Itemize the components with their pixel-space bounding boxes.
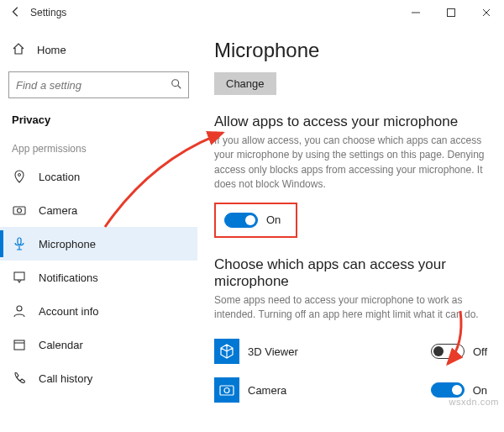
watermark: wsxdn.com — [449, 397, 499, 407]
allow-access-toggle[interactable] — [224, 213, 258, 228]
microphone-icon — [12, 237, 27, 250]
close-button[interactable] — [469, 0, 504, 25]
sidebar-item-microphone[interactable]: Microphone — [0, 227, 197, 261]
minimize-button[interactable] — [398, 0, 433, 25]
notifications-icon — [12, 271, 27, 284]
page-title: Microphone — [214, 39, 487, 62]
search-box[interactable] — [8, 71, 189, 98]
allow-access-toggle-highlight: On — [214, 203, 297, 238]
svg-rect-5 — [13, 207, 25, 214]
app-icon-3d-viewer — [214, 339, 239, 364]
allow-access-title: Allow apps to access your microphone — [214, 113, 487, 130]
svg-line-3 — [178, 85, 181, 88]
sidebar-item-label: Microphone — [39, 238, 96, 250]
home-label: Home — [37, 44, 66, 56]
app-name: Camera — [248, 384, 423, 397]
search-icon — [165, 78, 188, 92]
svg-rect-1 — [448, 9, 455, 17]
window-title: Settings — [25, 7, 398, 18]
app-toggle-label: On — [473, 384, 487, 397]
sidebar: Home Privacy App permissions Location Ca… — [0, 25, 197, 432]
app-toggle-camera[interactable] — [431, 382, 465, 398]
account-icon — [12, 304, 27, 318]
sidebar-item-location[interactable]: Location — [0, 160, 197, 193]
sidebar-item-calendar[interactable]: Calendar — [0, 328, 197, 361]
app-toggle-3d-viewer[interactable] — [431, 344, 465, 359]
main-content: Microphone Change Allow apps to access y… — [197, 25, 504, 432]
svg-point-4 — [18, 174, 21, 176]
sidebar-item-label: Notifications — [39, 271, 98, 284]
privacy-group-label: Privacy — [0, 107, 197, 133]
search-input[interactable] — [9, 79, 165, 92]
svg-point-6 — [18, 208, 22, 213]
back-button[interactable] — [7, 6, 25, 20]
svg-point-9 — [17, 306, 22, 311]
app-name: 3D Viewer — [248, 345, 423, 358]
phone-icon — [12, 371, 27, 385]
sidebar-item-notifications[interactable]: Notifications — [0, 261, 197, 294]
sidebar-item-camera[interactable]: Camera — [0, 193, 197, 227]
home-nav[interactable]: Home — [0, 34, 197, 66]
svg-point-2 — [172, 79, 179, 86]
app-row-camera: Camera On — [214, 371, 487, 409]
maximize-button[interactable] — [433, 0, 469, 25]
change-button[interactable]: Change — [214, 72, 276, 95]
choose-apps-title: Choose which apps can access your microp… — [214, 256, 487, 290]
choose-apps-desc: Some apps need to access your microphone… — [214, 293, 487, 323]
allow-access-toggle-label: On — [266, 213, 281, 226]
app-icon-camera — [214, 377, 239, 403]
app-toggle-label: Off — [473, 345, 487, 358]
sidebar-item-label: Account info — [39, 305, 99, 318]
app-permissions-label: App permissions — [0, 133, 197, 160]
sidebar-item-account-info[interactable]: Account info — [0, 294, 197, 328]
sidebar-item-label: Call history — [39, 372, 92, 385]
svg-rect-8 — [14, 272, 24, 280]
svg-rect-10 — [14, 340, 24, 350]
calendar-icon — [12, 338, 27, 351]
sidebar-item-call-history[interactable]: Call history — [0, 361, 197, 395]
svg-point-13 — [224, 388, 229, 393]
svg-rect-7 — [18, 238, 21, 245]
sidebar-item-label: Calendar — [39, 339, 83, 351]
location-icon — [12, 170, 27, 183]
sidebar-item-label: Location — [39, 171, 80, 183]
app-row-3d-viewer: 3D Viewer Off — [214, 332, 487, 371]
sidebar-item-label: Camera — [39, 204, 77, 217]
allow-access-desc: If you allow access, you can choose whic… — [214, 134, 487, 192]
home-icon — [12, 42, 25, 58]
titlebar: Settings — [0, 0, 504, 25]
camera-icon — [12, 203, 27, 217]
svg-rect-12 — [220, 386, 234, 395]
